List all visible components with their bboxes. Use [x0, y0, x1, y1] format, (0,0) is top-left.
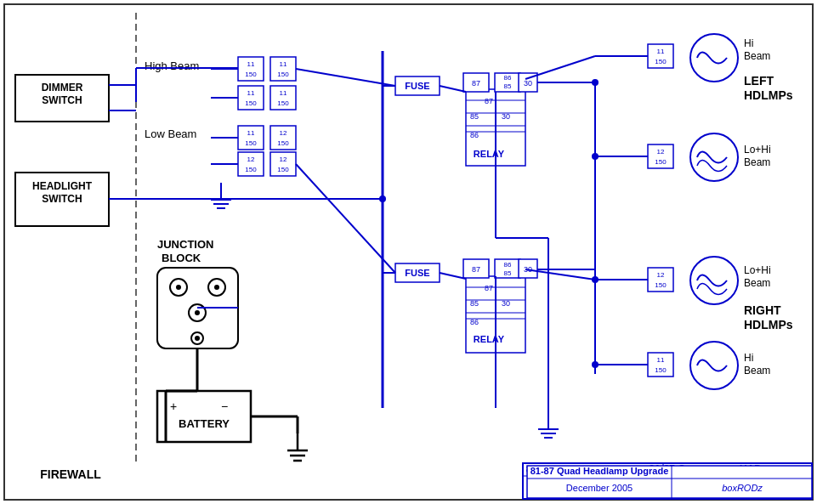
svg-text:Lo+Hi: Lo+Hi — [744, 264, 771, 276]
svg-text:Hi: Hi — [744, 352, 753, 364]
svg-text:DIMMER: DIMMER — [42, 82, 83, 93]
svg-text:Beam: Beam — [744, 156, 770, 168]
svg-text:Beam: Beam — [744, 50, 770, 62]
svg-text:11: 11 — [280, 60, 287, 68]
svg-point-154 — [592, 361, 599, 368]
svg-text:11: 11 — [247, 129, 255, 137]
svg-text:SWITCH: SWITCH — [42, 193, 82, 205]
svg-text:87: 87 — [472, 79, 480, 88]
svg-text:RELAY: RELAY — [474, 149, 505, 159]
svg-text:RIGHT: RIGHT — [744, 303, 781, 317]
svg-text:81-87 Quad Headlamp Upgrade: 81-87 Quad Headlamp Upgrade — [530, 466, 669, 476]
svg-text:HEADLIGHT: HEADLIGHT — [32, 180, 93, 192]
svg-rect-21 — [157, 391, 251, 442]
svg-text:150: 150 — [245, 99, 257, 107]
svg-text:boxRODz: boxRODz — [722, 483, 763, 493]
svg-text:+: + — [170, 399, 177, 413]
svg-point-20 — [195, 336, 200, 341]
svg-text:87: 87 — [485, 284, 493, 292]
svg-text:11: 11 — [247, 89, 255, 97]
svg-text:High Beam: High Beam — [145, 59, 199, 72]
svg-point-16 — [214, 285, 219, 290]
svg-point-14 — [176, 285, 181, 290]
svg-text:85: 85 — [504, 269, 512, 277]
svg-point-148 — [592, 79, 599, 86]
diagram-container: FIREWALL DIMMER SWITCH HEADLIGHT SWITCH … — [0, 0, 817, 504]
svg-text:150: 150 — [245, 139, 257, 147]
svg-text:150: 150 — [655, 158, 667, 166]
svg-text:150: 150 — [277, 71, 289, 78]
svg-text:12: 12 — [247, 156, 255, 163]
svg-point-18 — [195, 310, 200, 315]
svg-point-150 — [592, 153, 599, 160]
svg-text:30: 30 — [524, 79, 532, 88]
svg-rect-0 — [0, 0, 817, 504]
svg-text:SWITCH: SWITCH — [42, 94, 82, 106]
svg-text:RELAY: RELAY — [474, 334, 505, 344]
svg-text:FUSE: FUSE — [405, 81, 429, 91]
svg-text:Beam: Beam — [744, 365, 770, 377]
svg-text:−: − — [221, 399, 228, 413]
svg-text:150: 150 — [277, 99, 289, 107]
svg-text:12: 12 — [657, 271, 665, 279]
svg-text:HDLMPs: HDLMPs — [744, 318, 793, 331]
svg-text:11: 11 — [247, 60, 255, 68]
svg-text:12: 12 — [280, 156, 287, 163]
svg-text:HDLMPs: HDLMPs — [744, 88, 793, 102]
svg-text:11: 11 — [280, 89, 287, 97]
svg-text:150: 150 — [245, 71, 257, 78]
svg-text:LEFT: LEFT — [744, 74, 774, 88]
svg-text:150: 150 — [655, 58, 667, 65]
svg-text:Beam: Beam — [744, 277, 770, 289]
svg-text:Lo+Hi: Lo+Hi — [744, 144, 771, 156]
svg-text:JUNCTION: JUNCTION — [157, 238, 213, 251]
svg-text:Low Beam: Low Beam — [145, 127, 196, 140]
svg-text:86: 86 — [504, 261, 512, 269]
svg-text:150: 150 — [655, 366, 667, 374]
svg-text:December 2005: December 2005 — [566, 483, 633, 493]
svg-text:87: 87 — [472, 265, 480, 274]
svg-text:11: 11 — [657, 48, 665, 55]
svg-text:150: 150 — [277, 139, 289, 147]
svg-text:Hi: Hi — [744, 37, 753, 49]
svg-text:12: 12 — [657, 148, 665, 156]
svg-text:FIREWALL: FIREWALL — [40, 467, 101, 481]
svg-text:BLOCK: BLOCK — [162, 252, 201, 264]
svg-text:11: 11 — [657, 356, 665, 364]
svg-point-163 — [379, 195, 386, 202]
svg-text:87: 87 — [485, 97, 493, 105]
svg-text:150: 150 — [655, 281, 667, 289]
svg-text:85: 85 — [504, 82, 512, 90]
svg-text:BATTERY: BATTERY — [179, 417, 230, 430]
svg-text:FUSE: FUSE — [405, 268, 429, 278]
svg-text:150: 150 — [245, 166, 257, 173]
svg-text:12: 12 — [280, 129, 287, 137]
svg-text:86: 86 — [504, 74, 512, 82]
svg-text:150: 150 — [277, 166, 289, 173]
